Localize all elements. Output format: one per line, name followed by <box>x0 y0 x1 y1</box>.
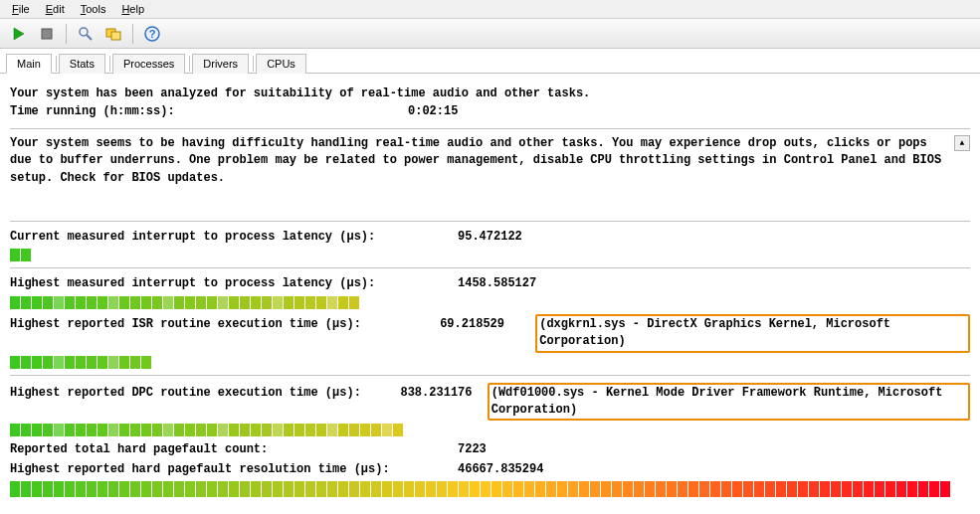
help-icon: ? <box>144 26 160 42</box>
svg-marker-0 <box>14 28 24 40</box>
bar-highest-interrupt <box>10 296 965 309</box>
stop-icon <box>41 28 53 40</box>
highest-interrupt-row: Highest measured interrupt to process la… <box>10 274 970 293</box>
time-running-row: Time running (h:mm:ss): 0:02:15 <box>10 102 970 121</box>
magnifier-button[interactable] <box>73 22 98 46</box>
current-interrupt-value: 95.472122 <box>458 229 557 246</box>
pagefault-time-value: 46667.835294 <box>458 461 557 478</box>
pagefault-count-row: Reported total hard pagefault count: 722… <box>10 440 970 459</box>
help-button[interactable]: ? <box>139 22 165 46</box>
bar-highest-isr <box>10 356 965 369</box>
highest-interrupt-value: 1458.585127 <box>458 275 557 292</box>
menubar: File Edit Tools Help <box>0 0 980 19</box>
tab-drivers[interactable]: Drivers <box>192 54 249 74</box>
highest-isr-value: 69.218529 <box>440 316 535 333</box>
intro-line: Your system has been analyzed for suitab… <box>10 86 970 102</box>
current-interrupt-row: Current measured interrupt to process la… <box>10 228 970 247</box>
magnifier-icon <box>78 26 94 42</box>
svg-text:?: ? <box>149 28 156 40</box>
play-icon <box>12 27 26 41</box>
stop-button[interactable] <box>34 22 60 46</box>
svg-rect-1 <box>42 29 52 39</box>
bar-current-interrupt <box>10 249 965 261</box>
tab-stats[interactable]: Stats <box>59 54 105 74</box>
tab-bar: Main Stats Processes Drivers CPUs <box>0 49 980 74</box>
menu-edit[interactable]: Edit <box>38 1 73 17</box>
toolbar: ? <box>0 19 980 49</box>
menu-tools[interactable]: Tools <box>73 1 114 17</box>
toolbar-separator <box>66 24 67 44</box>
current-interrupt-label: Current measured interrupt to process la… <box>10 229 458 246</box>
highest-dpc-value: 838.231176 <box>400 385 487 402</box>
bar-highest-dpc <box>10 424 965 436</box>
highest-dpc-label: Highest reported DPC routine execution t… <box>10 385 400 402</box>
bar-pagefault <box>10 481 965 497</box>
highest-interrupt-label: Highest measured interrupt to process la… <box>10 275 458 292</box>
pagefault-count-label: Reported total hard pagefault count: <box>10 441 458 458</box>
highest-isr-extra: (dxgkrnl.sys - DirectX Graphics Kernel, … <box>535 314 970 353</box>
windows-button[interactable] <box>100 22 126 46</box>
highest-isr-label: Highest reported ISR routine execution t… <box>10 316 440 333</box>
pagefault-time-label: Highest reported hard pagefault resoluti… <box>10 461 458 478</box>
main-content: Your system has been analyzed for suitab… <box>0 74 980 507</box>
time-running-label: Time running (h:mm:ss): <box>10 103 408 120</box>
status-message: Your system seems to be having difficult… <box>10 135 952 187</box>
scroll-up-button[interactable]: ▲ <box>954 135 970 151</box>
toolbar-separator <box>132 24 133 44</box>
tab-main[interactable]: Main <box>6 54 52 74</box>
time-running-value: 0:02:15 <box>408 103 507 120</box>
svg-line-3 <box>87 35 92 40</box>
play-button[interactable] <box>6 22 32 46</box>
separator <box>10 267 970 268</box>
separator <box>10 128 970 129</box>
pagefault-time-row: Highest reported hard pagefault resoluti… <box>10 460 970 479</box>
tab-cpus[interactable]: CPUs <box>256 54 306 74</box>
menu-file[interactable]: File <box>4 1 38 17</box>
pagefault-count-value: 7223 <box>458 441 557 458</box>
separator <box>10 221 970 222</box>
tab-processes[interactable]: Processes <box>112 54 185 74</box>
svg-point-2 <box>80 28 88 36</box>
svg-rect-5 <box>111 32 120 40</box>
highest-dpc-row: Highest reported DPC routine execution t… <box>10 382 970 423</box>
separator <box>10 375 970 376</box>
highest-isr-row: Highest reported ISR routine execution t… <box>10 313 970 354</box>
windows-icon <box>105 26 121 42</box>
menu-help[interactable]: Help <box>113 1 152 17</box>
highest-dpc-extra: (Wdf01000.sys - Kernel Mode Driver Frame… <box>488 383 970 422</box>
